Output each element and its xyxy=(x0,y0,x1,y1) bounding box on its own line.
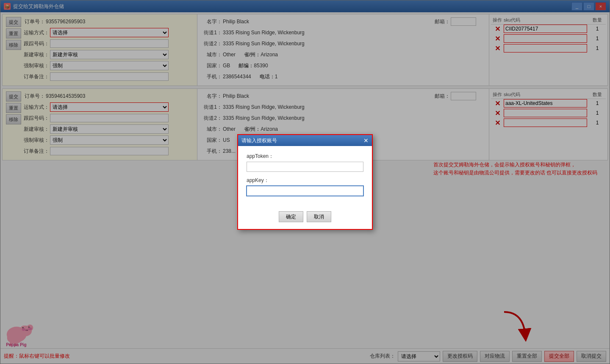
modal-title: 请输入授权账号 xyxy=(241,137,277,144)
app-key-label: appKey： xyxy=(247,177,363,184)
modal-cancel-button[interactable]: 取消 xyxy=(307,211,331,222)
modal-overlay: 请输入授权账号 ✕ appToken： appKey： 确定 取消 xyxy=(0,0,610,364)
app-token-field: appToken： xyxy=(247,153,363,172)
main-window: 📦 提交给艾姆勒海外仓储 _ □ × 提交 重置 移除 xyxy=(0,0,610,364)
modal-confirm-button[interactable]: 确定 xyxy=(279,211,303,222)
modal-title-bar: 请输入授权账号 ✕ xyxy=(238,135,372,146)
modal-close-button[interactable]: ✕ xyxy=(363,137,369,144)
app-key-input[interactable] xyxy=(247,186,363,196)
modal-body: appToken： appKey： xyxy=(238,146,372,208)
app-token-input[interactable] xyxy=(247,162,363,172)
app-token-label: appToken： xyxy=(247,153,363,160)
app-key-field: appKey： xyxy=(247,177,363,196)
modal-footer: 确定 取消 xyxy=(238,208,372,229)
auth-modal: 请输入授权账号 ✕ appToken： appKey： 确定 取消 xyxy=(237,134,373,230)
